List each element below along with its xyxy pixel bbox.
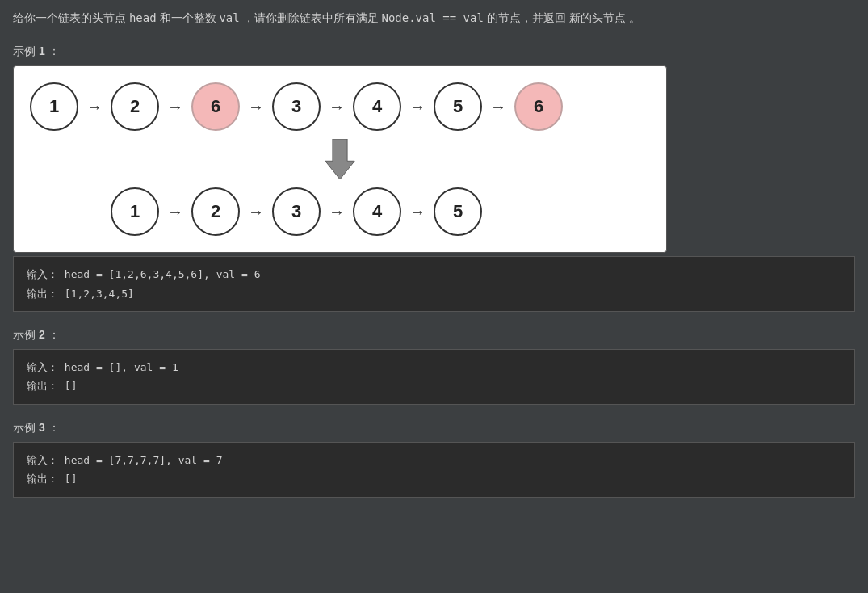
node-2-bottom: 2 <box>191 187 240 236</box>
node-4-top: 4 <box>353 82 401 131</box>
node-5-top: 5 <box>434 82 482 131</box>
input-label-2: 输入： <box>27 361 58 373</box>
arrow-b2: → <box>240 203 272 221</box>
node-6a-top: 6 <box>191 82 240 131</box>
node-5-bottom: 5 <box>434 187 482 236</box>
arrow-6: → <box>482 98 514 116</box>
output-value-1: [1,2,3,4,5] <box>65 288 134 300</box>
example-2-section: 示例 2 ： 输入： head = [], val = 1 输出： [] <box>13 328 855 405</box>
example-2-code: 输入： head = [], val = 1 输出： [] <box>13 349 855 405</box>
example-2-label: 示例 2 ： <box>13 328 855 343</box>
example-1-input: 输入： head = [1,2,6,3,4,5,6], val = 6 <box>27 265 841 284</box>
svg-marker-0 <box>325 139 354 179</box>
example-3-output: 输出： [] <box>27 469 841 488</box>
input-label-3: 输入： <box>27 454 58 466</box>
problem-description: 给你一个链表的头节点 head 和一个整数 val ，请你删除链表中所有满足 N… <box>13 8 855 28</box>
arrow-4: → <box>321 98 353 116</box>
output-label-3: 输出： <box>27 473 58 485</box>
output-label-1: 输出： <box>27 288 58 300</box>
example-1-output: 输出： [1,2,3,4,5] <box>27 284 841 303</box>
output-value-2: [] <box>65 380 78 392</box>
input-label-1: 输入： <box>27 268 58 280</box>
input-value-1: head = [1,2,6,3,4,5,6], val = 6 <box>65 268 261 280</box>
example-3-section: 示例 3 ： 输入： head = [7,7,7,7], val = 7 输出：… <box>13 421 855 498</box>
down-arrow-container <box>30 131 650 187</box>
arrow-5: → <box>401 98 434 116</box>
input-value-3: head = [7,7,7,7], val = 7 <box>65 454 223 466</box>
bottom-linked-list: 1 → 2 → 3 → 4 → 5 <box>30 187 650 236</box>
arrow-1: → <box>78 98 111 116</box>
arrow-3: → <box>240 98 272 116</box>
desc-code-head: head <box>129 11 157 24</box>
output-value-3: [] <box>65 473 78 485</box>
example-2-output: 输出： [] <box>27 376 841 395</box>
node-2-top: 2 <box>111 82 159 131</box>
top-linked-list: 1 → 2 → 6 → 3 → 4 → 5 → 6 <box>30 82 650 131</box>
desc-text5: 新的头节点 <box>569 11 626 24</box>
input-value-2: head = [], val = 1 <box>65 361 178 373</box>
example-2-input: 输入： head = [], val = 1 <box>27 358 841 376</box>
example-1-diagram: 1 → 2 → 6 → 3 → 4 → 5 → 6 <box>13 65 667 253</box>
node-1-top: 1 <box>30 82 78 131</box>
example-3-input: 输入： head = [7,7,7,7], val = 7 <box>27 451 841 469</box>
desc-text4: 的节点，并返回 <box>487 11 566 24</box>
desc-text2: 和一个整数 <box>160 11 216 24</box>
arrow-b3: → <box>321 203 353 221</box>
arrow-b4: → <box>401 203 434 221</box>
desc-code-val: val <box>219 11 239 24</box>
example-1-section: 示例 1 ： 1 → 2 → 6 → 3 → 4 → 5 → 6 <box>13 44 855 312</box>
example-1-code: 输入： head = [1,2,6,3,4,5,6], val = 6 输出： … <box>13 256 855 312</box>
desc-code-condition: Node.val == val <box>381 11 483 24</box>
down-arrow-icon <box>324 139 356 179</box>
node-3-bottom: 3 <box>272 187 321 236</box>
node-4-bottom: 4 <box>353 187 401 236</box>
arrow-b1: → <box>159 203 191 221</box>
node-3-top: 3 <box>272 82 321 131</box>
page-container: 给你一个链表的头节点 head 和一个整数 val ，请你删除链表中所有满足 N… <box>0 0 868 522</box>
example-3-label: 示例 3 ： <box>13 421 855 435</box>
example-3-code: 输入： head = [7,7,7,7], val = 7 输出： [] <box>13 442 855 498</box>
desc-text1: 给你一个链表的头节点 <box>13 11 126 24</box>
desc-text3: ，请你删除链表中所有满足 <box>243 11 379 24</box>
arrow-2: → <box>159 98 191 116</box>
example-1-label: 示例 1 ： <box>13 44 855 59</box>
node-1-bottom: 1 <box>111 187 159 236</box>
desc-text6: 。 <box>629 11 640 24</box>
output-label-2: 输出： <box>27 380 58 392</box>
node-6b-top: 6 <box>514 82 563 131</box>
